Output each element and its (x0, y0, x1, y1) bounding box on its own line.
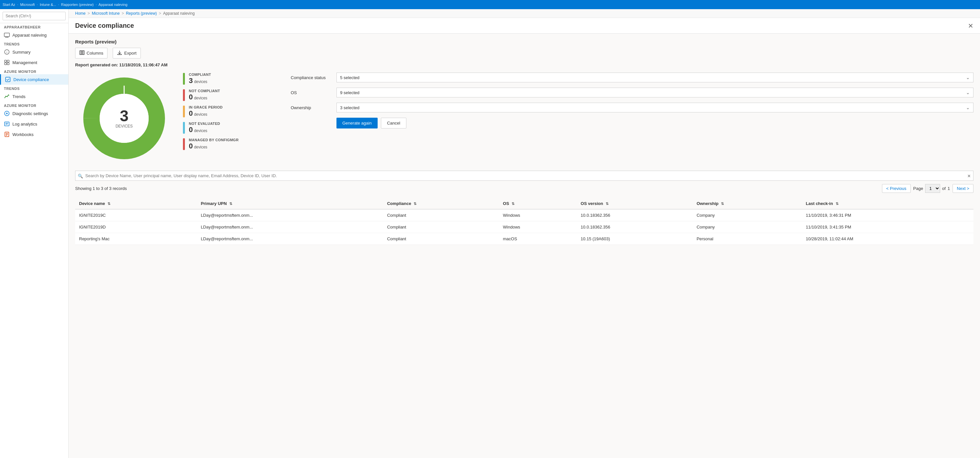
cell-os-version: 10.0.18362.356 (577, 221, 693, 233)
donut-total: 3 (116, 108, 133, 124)
cell-device-name: IGNITE2019D (75, 221, 197, 233)
filter-compliance-label: Compliance status (291, 75, 336, 80)
sort-icon-compliance: ⇅ (414, 202, 417, 206)
close-button[interactable]: ✕ (968, 22, 974, 29)
svg-rect-5 (5, 63, 6, 65)
table-row[interactable]: IGNITE2019C LDay@reportmsftem.onm... Com… (75, 209, 974, 221)
content-area: Home > Microsoft Intune > Reports (previ… (68, 9, 980, 458)
next-button[interactable]: Next > (953, 184, 974, 193)
columns-button[interactable]: Columns (75, 48, 108, 59)
col-compliance[interactable]: Compliance ⇅ (383, 198, 499, 209)
columns-label: Columns (87, 51, 103, 56)
cancel-button[interactable]: Cancel (381, 118, 406, 128)
breadcrumb-reports[interactable]: Reports (preview) (126, 11, 157, 16)
cell-device-name: Reporting's Mac (75, 233, 197, 245)
filter-actions: Generate again Cancel (291, 118, 974, 128)
cell-os-version: 10.0.18362.356 (577, 209, 693, 221)
cell-last-checkin: 11/10/2019, 3:41:35 PM (802, 221, 974, 233)
col-last-checkin[interactable]: Last check-in ⇅ (802, 198, 974, 209)
sidebar-item-summary-label: Summary (13, 50, 31, 54)
search-input[interactable] (3, 12, 66, 20)
showing-text: Showing 1 to 3 of 3 records (75, 186, 127, 191)
cell-primary-upn: LDay@reportmsftem.onm... (197, 233, 383, 245)
legend-bar-configmgr (183, 138, 185, 150)
chevron-down-icon-ownership: ⌄ (966, 105, 970, 110)
col-os-version[interactable]: OS version ⇅ (577, 198, 693, 209)
page-select[interactable]: 1 (925, 184, 940, 193)
generate-again-button[interactable]: Generate again (336, 118, 378, 128)
sidebar-item-management-label: Management (13, 60, 37, 65)
svg-rect-6 (7, 63, 9, 65)
cell-ownership: Personal (692, 233, 802, 245)
search-clear-icon[interactable]: ✕ (967, 173, 971, 178)
filter-os-label: OS (291, 90, 336, 95)
compliance-status-dropdown[interactable]: 5 selected ⌄ (336, 73, 974, 82)
page-label: Page (913, 186, 923, 191)
legend-bar-not-evaluated (183, 122, 185, 134)
device-icon (4, 32, 10, 38)
sidebar-item-device-compliance[interactable]: Device compliance (0, 74, 68, 85)
summary-icon: i (4, 49, 10, 55)
breadcrumb-intune[interactable]: Microsoft Intune (92, 11, 119, 16)
page-title: Device compliance (75, 22, 134, 29)
cell-os: macOS (499, 233, 577, 245)
sort-icon-os: ⇅ (512, 202, 514, 206)
col-os[interactable]: OS ⇅ (499, 198, 577, 209)
legend-label-not-compliant: NOT COMPLIANT (189, 89, 220, 93)
filters-section: Compliance status 5 selected ⌄ OS 9 sele… (291, 73, 974, 128)
sidebar-item-workbooks[interactable]: Workbooks (0, 129, 68, 140)
breadcrumb-home[interactable]: Home (75, 11, 86, 16)
ownership-value: 3 selected (340, 105, 360, 110)
sidebar-item-diagnostic[interactable]: Diagnostic settings (0, 108, 68, 119)
report-meta: Report generated on: 11/18/2019, 11:06:4… (75, 62, 974, 67)
device-table: Device name ⇅ Primary UPN ⇅ Compliance ⇅ (75, 198, 974, 245)
filter-compliance-status-row: Compliance status 5 selected ⌄ (291, 73, 974, 82)
breadcrumb: Home > Microsoft Intune > Reports (previ… (68, 9, 980, 18)
sidebar-item-workbooks-label: Workbooks (13, 132, 33, 137)
table-meta-row: Showing 1 to 3 of 3 records < Previous P… (75, 184, 974, 195)
page-header: Device compliance ✕ (68, 18, 980, 34)
sort-icon-device-name: ⇅ (108, 202, 110, 206)
cell-last-checkin: 11/10/2019, 3:46:31 PM (802, 209, 974, 221)
sidebar-item-summary[interactable]: i Summary (0, 47, 68, 57)
col-primary-upn[interactable]: Primary UPN ⇅ (197, 198, 383, 209)
sidebar-item-management[interactable]: Management (0, 57, 68, 68)
legend-count-compliant: 3 devices (189, 77, 211, 85)
section-title-trends2: Trends (0, 85, 68, 91)
sort-icon-upn: ⇅ (229, 202, 232, 206)
table-row[interactable]: Reporting's Mac LDay@reportmsftem.onm...… (75, 233, 974, 245)
device-search-input[interactable] (75, 171, 974, 181)
cell-device-name: IGNITE2019C (75, 209, 197, 221)
legend-label-grace: IN GRACE PERIOD (189, 105, 223, 109)
table-row[interactable]: IGNITE2019D LDay@reportmsftem.onm... Com… (75, 221, 974, 233)
log-icon (4, 121, 10, 127)
os-dropdown[interactable]: 9 selected ⌄ (336, 88, 974, 97)
chart-filters-row: 3 DEVICES COMPLIANT 3 devices (75, 73, 974, 164)
col-ownership[interactable]: Ownership ⇅ (692, 198, 802, 209)
export-button[interactable]: Export (113, 48, 141, 59)
cell-ownership: Company (692, 221, 802, 233)
breadcrumb-current: Apparaat naleving (163, 11, 195, 16)
report-container: Reports (preview) Columns Export Repor (68, 34, 980, 250)
sort-icon-ownership: ⇅ (721, 202, 724, 206)
chevron-down-icon-os: ⌄ (966, 90, 970, 95)
ownership-dropdown[interactable]: 3 selected ⌄ (336, 103, 974, 112)
columns-icon (80, 50, 84, 56)
table-header: Device name ⇅ Primary UPN ⇅ Compliance ⇅ (75, 198, 974, 209)
svg-rect-13 (83, 51, 84, 54)
sidebar-item-trends[interactable]: Trends (0, 91, 68, 102)
col-device-name[interactable]: Device name ⇅ (75, 198, 197, 209)
filter-ownership-label: Ownership (291, 105, 336, 110)
section-title-azure-monitor: Azure Monitor (0, 68, 68, 74)
sidebar-item-trends-label: Trends (13, 94, 25, 99)
section-title-azure-monitor2: Azure monitor (0, 102, 68, 108)
legend-count-grace: 0 devices (189, 109, 223, 118)
sidebar-item-log-analytics[interactable]: Log analytics (0, 119, 68, 129)
diagnostic-icon (4, 110, 10, 116)
breadcrumb-sep2: > (121, 11, 124, 16)
donut-label: DEVICES (116, 124, 133, 128)
filter-ownership-row: Ownership 3 selected ⌄ (291, 103, 974, 112)
cell-os: Windows (499, 221, 577, 233)
previous-button[interactable]: < Previous (882, 184, 911, 193)
sidebar-item-apparaat-naleving[interactable]: Apparaat naleving (0, 30, 68, 40)
